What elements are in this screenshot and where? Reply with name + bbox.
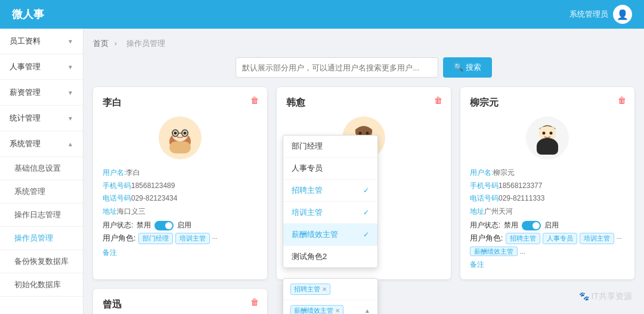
svg-point-7 — [184, 132, 187, 135]
sidebar-group-hr: 人事管理 ▼ — [0, 54, 83, 80]
roles-more-button2[interactable]: ... — [520, 248, 525, 255]
chevron-down-icon: ▼ — [67, 115, 73, 122]
sub-item-salary: 薪酬绩效主管 ✕ ▲ — [283, 300, 377, 314]
chevron-down-icon: ▼ — [67, 64, 73, 70]
sidebar-item-operation-log[interactable]: 操作日志管理 — [0, 204, 83, 227]
status-row-liuzongyuan: 用户状态: 禁用 启用 — [470, 220, 625, 230]
sidebar-item-salary[interactable]: 薪资管理 ▼ — [0, 80, 83, 106]
sidebar-item-backup[interactable]: 备份恢复数据库 — [0, 250, 83, 273]
card-zengxun: 曾迅 🗑 — [93, 289, 267, 314]
sidebar-item-stats[interactable]: 统计管理 ▼ — [0, 106, 83, 131]
sub-tag-salary: 薪酬绩效主管 ✕ — [290, 305, 343, 314]
breadcrumb-home[interactable]: 首页 — [93, 39, 109, 48]
sidebar-item-hr[interactable]: 人事管理 ▼ — [0, 54, 83, 80]
check-icon: ✓ — [363, 186, 369, 195]
search-bar: 🔍 搜索 — [93, 57, 634, 78]
remove-recruit-button[interactable]: ✕ — [322, 286, 327, 293]
header: 微人事 系统管理员 👤 — [0, 0, 644, 29]
check-icon: ✓ — [363, 230, 369, 239]
delete-hanyu-button[interactable]: 🗑 — [434, 96, 442, 105]
role-tag: 招聘主管 — [506, 233, 540, 244]
roles-libai: 用户角色: 部门经理 培训主管 ... — [103, 233, 258, 244]
role-tag: 人事专员 — [543, 233, 577, 244]
search-icon: 🔍 — [454, 63, 466, 72]
roles-more-button[interactable]: ... — [617, 233, 622, 244]
layout: 员工资料 ▼ 人事管理 ▼ 薪资管理 ▼ 统计管理 ▼ 系统管理 — [0, 29, 644, 314]
avatar-libai — [159, 116, 202, 159]
username-label: 系统管理员 — [569, 9, 608, 20]
sidebar-item-operators[interactable]: 操作员管理 — [0, 227, 83, 250]
dropdown-item-salary-manager[interactable]: 薪酬绩效主管 ✓ — [283, 224, 377, 246]
note-libai[interactable]: 备注 — [103, 248, 258, 258]
sidebar-item-system[interactable]: 系统管理 ▲ — [0, 131, 83, 157]
sidebar-group-salary: 薪资管理 ▼ — [0, 80, 83, 106]
delete-zengxun-button[interactable]: 🗑 — [250, 297, 259, 307]
logo: 微人事 — [12, 7, 44, 21]
toggle-liuzongyuan[interactable] — [522, 221, 541, 230]
chevron-up-icon: ▲ — [67, 141, 73, 147]
dropdown-item-training-manager[interactable]: 培训主管 ✓ — [283, 202, 377, 224]
sub-tag-recruit: 招聘主管 ✕ — [290, 284, 330, 295]
svg-rect-20 — [537, 143, 558, 155]
avatar-svg — [526, 116, 569, 159]
breadcrumb-current: 操作员管理 — [126, 39, 165, 48]
sidebar-group-employees: 员工资料 ▼ — [0, 29, 83, 54]
note-liuzongyuan[interactable]: 备注 — [470, 260, 625, 270]
sidebar-item-system-mgmt[interactable]: 系统管理 — [0, 180, 83, 204]
dropdown-item-recruit-manager[interactable]: 招聘主管 ✓ — [283, 180, 377, 202]
main-content: 首页 › 操作员管理 🔍 搜索 李白 🗑 — [83, 29, 644, 314]
avatar-svg — [159, 116, 202, 159]
card-title-liuzongyuan: 柳宗元 — [470, 97, 625, 109]
status-row-libai: 用户状态: 禁用 启用 — [103, 220, 258, 230]
dropdown-item-dept-manager[interactable]: 部门经理 — [283, 136, 377, 158]
remove-salary-button[interactable]: ✕ — [335, 307, 340, 314]
svg-point-17 — [543, 132, 546, 135]
svg-point-6 — [174, 132, 177, 135]
user-avatar: 👤 — [613, 5, 632, 24]
card-hanyu: 韩愈 🗑 — [277, 87, 451, 279]
role-tag: 部门经理 — [138, 233, 173, 244]
svg-point-11 — [359, 132, 362, 135]
card-libai: 李白 🗑 — [93, 87, 267, 279]
role-sub-dropdown: 招聘主管 ✕ 薪酬绩效主管 ✕ ▲ — [283, 278, 378, 314]
chevron-down-icon: ▼ — [67, 90, 73, 96]
chevron-up-icon: ▲ — [364, 307, 370, 314]
role-tag: 培训主管 — [580, 233, 614, 244]
search-button[interactable]: 🔍 搜索 — [443, 57, 492, 78]
check-icon: ✓ — [363, 208, 369, 217]
delete-liuzongyuan-button[interactable]: 🗑 — [618, 96, 626, 105]
chevron-down-icon: ▼ — [67, 38, 73, 45]
roles-more-button[interactable]: ... — [212, 233, 218, 244]
dropdown-item-test-role[interactable]: 测试角色2 — [283, 246, 377, 267]
sub-item-recruit: 招聘主管 ✕ — [283, 279, 377, 300]
cards-grid: 李白 🗑 — [93, 87, 634, 314]
delete-libai-button[interactable]: 🗑 — [250, 96, 259, 105]
user-info: 系统管理员 👤 — [569, 5, 632, 24]
role-tag-extra: 薪酬绩效主管 — [470, 247, 518, 256]
breadcrumb-separator: › — [114, 39, 117, 48]
sidebar-group-system: 系统管理 ▲ 基础信息设置 系统管理 操作日志管理 操作员管理 备份恢复数据库 … — [0, 131, 83, 297]
svg-rect-8 — [169, 141, 191, 153]
sidebar-item-init-db[interactable]: 初始化数据库 — [0, 273, 83, 297]
card-info-liuzongyuan: 用户名:柳宗元 手机号码18568123377 电话号码029-82111333… — [470, 167, 625, 218]
toggle-libai[interactable] — [154, 221, 174, 230]
breadcrumb: 首页 › 操作员管理 — [93, 38, 634, 49]
svg-point-12 — [366, 132, 369, 135]
sidebar-group-stats: 统计管理 ▼ — [0, 106, 83, 131]
role-dropdown: 部门经理 人事专员 招聘主管 ✓ 培训主管 ✓ — [283, 135, 378, 268]
svg-point-18 — [550, 132, 553, 135]
roles-liuzongyuan: 用户角色: 招聘主管 人事专员 培训主管 ... — [470, 233, 625, 244]
avatar-liuzongyuan — [526, 116, 569, 159]
sidebar-item-employees[interactable]: 员工资料 ▼ — [0, 29, 83, 54]
sidebar-item-basic-info[interactable]: 基础信息设置 — [0, 157, 83, 180]
card-title-hanyu: 韩愈 — [286, 97, 441, 109]
dropdown-item-hr-specialist[interactable]: 人事专员 — [283, 158, 377, 180]
card-title-libai: 李白 — [103, 97, 258, 109]
sidebar: 员工资料 ▼ 人事管理 ▼ 薪资管理 ▼ 统计管理 ▼ 系统管理 — [0, 29, 83, 314]
card-info-libai: 用户名:李白 手机号码18568123489 电话号码029-82123434 … — [103, 167, 258, 218]
card-liuzongyuan: 柳宗元 🗑 — [460, 87, 634, 279]
card-title-zengxun: 曾迅 — [103, 298, 258, 311]
role-tag: 培训主管 — [175, 233, 210, 244]
search-input[interactable] — [236, 57, 438, 78]
